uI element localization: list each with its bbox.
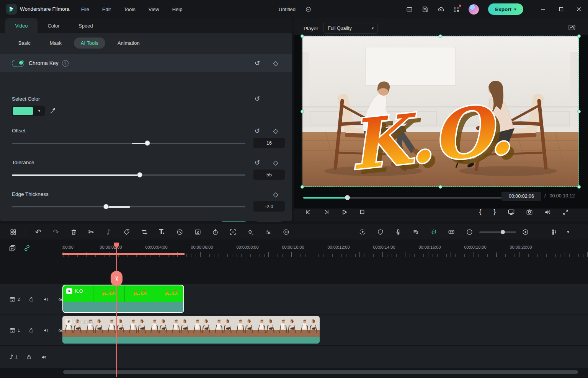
adjustment-icon[interactable]: [263, 227, 273, 236]
render-preview-chart-icon[interactable]: [568, 23, 576, 32]
crop-icon[interactable]: [140, 227, 149, 236]
user-avatar[interactable]: [469, 4, 479, 15]
offset-reset-icon[interactable]: ↺: [253, 127, 261, 135]
tolerance-keyframe-icon[interactable]: ◇: [272, 159, 279, 166]
delete-icon[interactable]: [69, 227, 78, 236]
timeline-ruler[interactable]: 00:00:0000:00:02:00 00:00:04:0000:00:06:…: [62, 245, 588, 250]
playhead-line[interactable]: [116, 243, 117, 377]
volume-button[interactable]: [544, 208, 552, 216]
offset-keyframe-icon[interactable]: ◇: [272, 127, 279, 135]
quality-dropdown[interactable]: Full Quality ▾: [323, 23, 378, 34]
subtab-animation[interactable]: Animation: [111, 37, 147, 49]
media-browser-icon[interactable]: [8, 227, 18, 236]
duration-icon[interactable]: [211, 227, 220, 236]
playback-progress-bar[interactable]: [303, 195, 503, 200]
help-icon[interactable]: ?: [62, 60, 69, 67]
chroma-key-toggle[interactable]: [12, 60, 24, 67]
menu-help[interactable]: Help: [172, 7, 183, 12]
mask-shield-icon[interactable]: [376, 227, 385, 236]
close-button[interactable]: [575, 5, 583, 13]
zoom-in-icon[interactable]: [521, 227, 530, 236]
export-button[interactable]: Export ▾: [488, 3, 523, 15]
keyframe-tool-icon[interactable]: [246, 227, 255, 236]
auto-ripple-link-icon[interactable]: [23, 244, 31, 252]
track-manager-caret-icon[interactable]: ▾: [564, 227, 573, 236]
layout-panel-icon[interactable]: [406, 6, 413, 13]
current-timecode[interactable]: 00:00:02:06: [501, 192, 541, 201]
color-swatch[interactable]: [13, 107, 33, 115]
lock-track-icon[interactable]: [28, 327, 34, 333]
subtab-ai-tools[interactable]: AI Tools: [74, 37, 105, 49]
play-button[interactable]: [340, 208, 348, 216]
mark-out-button[interactable]: }: [493, 209, 497, 215]
resize-handle-mid-left[interactable]: [301, 110, 304, 113]
video-frame[interactable]: K.O. K.O.: [302, 36, 579, 187]
menu-view[interactable]: View: [149, 7, 159, 12]
resize-handle-top-center[interactable]: [439, 34, 442, 38]
zoom-to-fit-icon[interactable]: [447, 227, 456, 236]
lock-track-icon[interactable]: [26, 354, 32, 360]
tolerance-value[interactable]: 55: [253, 169, 285, 180]
minimize-button[interactable]: [539, 5, 547, 13]
add-media-to-timeline-icon[interactable]: [8, 244, 16, 252]
tolerance-slider[interactable]: [12, 172, 245, 178]
resize-handle-mid-right[interactable]: [577, 110, 581, 113]
voiceover-mic-icon[interactable]: [394, 227, 403, 236]
split-scissors-icon[interactable]: ✂: [87, 227, 96, 236]
subtab-basic[interactable]: Basic: [11, 37, 38, 49]
zoom-out-icon[interactable]: [465, 227, 474, 236]
resize-handle-bottom-right[interactable]: [577, 185, 581, 189]
resize-handle-top-right[interactable]: [577, 34, 581, 38]
previous-frame-button[interactable]: [304, 208, 312, 216]
mute-track-icon[interactable]: [43, 296, 49, 303]
menu-file[interactable]: File: [81, 7, 89, 12]
split-at-playhead-button[interactable]: ✂: [111, 271, 122, 286]
chroma-key-tool-icon[interactable]: [429, 227, 438, 236]
resize-handle-bottom-center[interactable]: [439, 185, 442, 189]
project-name[interactable]: Untitled: [279, 7, 296, 12]
filmora-logo-icon[interactable]: [6, 4, 17, 15]
color-dropdown[interactable]: ▾: [12, 106, 45, 116]
edge-thickness-slider[interactable]: [12, 204, 245, 209]
audio-pan-icon[interactable]: [281, 227, 291, 236]
motion-tracking-icon[interactable]: [193, 227, 202, 236]
ko-title-clip[interactable]: K.O K.O. K.O. K.O.: [62, 285, 184, 313]
undo-icon[interactable]: ↶: [34, 227, 43, 236]
speed-icon[interactable]: [175, 227, 184, 236]
zoom-slider-handle[interactable]: [501, 230, 505, 234]
select-color-reset-icon[interactable]: ↺: [253, 95, 261, 103]
progress-handle[interactable]: [345, 195, 350, 200]
export-caret-icon[interactable]: ▾: [514, 7, 516, 11]
menu-tools[interactable]: Tools: [124, 7, 135, 12]
tolerance-reset-icon[interactable]: ↺: [253, 159, 261, 166]
tab-color[interactable]: Color: [38, 18, 70, 33]
tab-speed[interactable]: Speed: [70, 18, 102, 33]
text-tool-icon[interactable]: T.: [157, 227, 167, 236]
tab-video[interactable]: Video: [5, 18, 38, 33]
offset-value[interactable]: 16: [253, 138, 285, 148]
mark-in-button[interactable]: {: [478, 209, 482, 215]
mute-track-icon[interactable]: [41, 354, 47, 360]
maximize-button[interactable]: [557, 5, 565, 13]
detach-audio-icon[interactable]: ♪: [104, 227, 113, 236]
eyedropper-icon[interactable]: [49, 107, 57, 115]
save-icon[interactable]: [421, 6, 429, 13]
subtab-mask[interactable]: Mask: [43, 37, 69, 49]
edge-thickness-value[interactable]: -2.0: [253, 201, 285, 212]
mute-track-icon[interactable]: [43, 327, 49, 334]
resize-handle-bottom-left[interactable]: [301, 185, 304, 189]
snapshot-button[interactable]: [526, 208, 533, 216]
menu-edit[interactable]: Edit: [102, 7, 111, 12]
timeline-zoom-slider[interactable]: [479, 231, 516, 233]
offset-slider[interactable]: [12, 140, 245, 146]
apps-grid-button[interactable]: [453, 6, 460, 13]
freeze-frame-icon[interactable]: [228, 227, 237, 236]
cloud-upload-icon[interactable]: [437, 6, 444, 13]
chroma-reset-icon[interactable]: ↺: [253, 59, 261, 67]
render-preview-icon[interactable]: [358, 227, 367, 236]
edge-keyframe-icon[interactable]: ◇: [272, 191, 279, 198]
video-clip[interactable]: unnamed: [62, 316, 320, 344]
chroma-keyframe-icon[interactable]: ◇: [272, 59, 279, 67]
track-manager-icon[interactable]: [550, 227, 559, 236]
marker-tag-icon[interactable]: [122, 227, 131, 236]
